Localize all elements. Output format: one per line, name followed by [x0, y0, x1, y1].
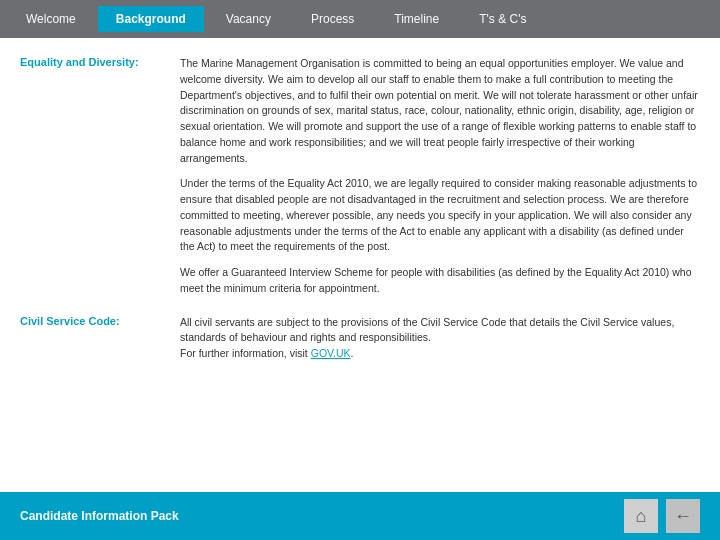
section-label-equality: Equality and Diversity:: [20, 56, 180, 297]
footer-title: Candidate Information Pack: [20, 509, 179, 523]
section-body-civil-service: All civil servants are subject to the pr…: [180, 315, 700, 362]
govuk-link[interactable]: GOV.UK: [311, 347, 351, 359]
section-paragraph: We offer a Guaranteed Interview Scheme f…: [180, 265, 700, 297]
section-paragraph: The Marine Management Organisation is co…: [180, 56, 700, 166]
nav-tab-welcome[interactable]: Welcome: [8, 6, 94, 32]
section-paragraph: All civil servants are subject to the pr…: [180, 315, 700, 362]
nav-tab-background[interactable]: Background: [98, 6, 204, 32]
nav-tab-process[interactable]: Process: [293, 6, 372, 32]
section-paragraph: Under the terms of the Equality Act 2010…: [180, 176, 700, 255]
section-equality: Equality and Diversity:The Marine Manage…: [20, 56, 700, 297]
home-button[interactable]: ⌂: [624, 499, 658, 533]
back-button[interactable]: ←: [666, 499, 700, 533]
nav-tab-vacancy[interactable]: Vacancy: [208, 6, 289, 32]
top-navigation: WelcomeBackgroundVacancyProcessTimelineT…: [0, 0, 720, 38]
nav-tab-ts-cs[interactable]: T's & C's: [461, 6, 544, 32]
main-content: Equality and Diversity:The Marine Manage…: [0, 38, 720, 492]
footer-icons: ⌂ ←: [624, 499, 700, 533]
section-civil-service: Civil Service Code:All civil servants ar…: [20, 315, 700, 362]
footer: Candidate Information Pack ⌂ ←: [0, 492, 720, 540]
home-icon: ⌂: [636, 506, 647, 527]
section-label-civil-service: Civil Service Code:: [20, 315, 180, 362]
back-icon: ←: [674, 506, 692, 527]
nav-tab-timeline[interactable]: Timeline: [376, 6, 457, 32]
section-body-equality: The Marine Management Organisation is co…: [180, 56, 700, 297]
